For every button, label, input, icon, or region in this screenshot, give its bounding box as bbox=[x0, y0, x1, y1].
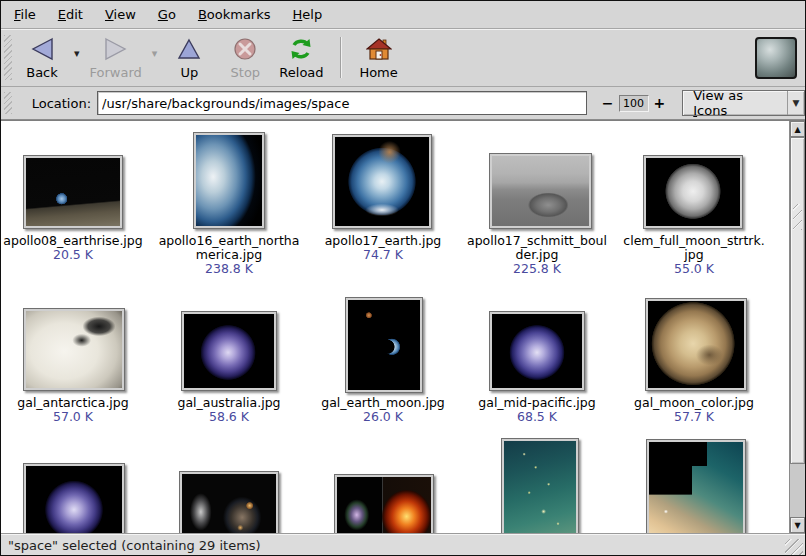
nebula-pair-thumbnail bbox=[337, 477, 431, 533]
earth-crescent-photo-icon bbox=[196, 135, 262, 226]
home-button[interactable]: Home bbox=[351, 29, 407, 86]
back-button[interactable]: Back bbox=[14, 29, 70, 86]
reload-button[interactable]: Reload bbox=[273, 29, 329, 86]
file-thumbnail-gal-mid-pacific[interactable] bbox=[489, 311, 585, 391]
blue-marble-photo-icon bbox=[335, 137, 429, 226]
earth-globe-photo-icon bbox=[184, 314, 274, 388]
toolbar-drag-handle[interactable] bbox=[4, 35, 12, 80]
stop-icon bbox=[233, 35, 257, 63]
throbber-globe-icon bbox=[755, 37, 797, 79]
menu-edit[interactable]: Edit bbox=[47, 3, 94, 26]
vertical-scrollbar[interactable]: ▲ ▼ bbox=[789, 121, 805, 533]
file-thumbnail-gal-moon-color[interactable] bbox=[645, 298, 747, 391]
earth-globe-thumbnail bbox=[26, 466, 122, 533]
locationbar-drag-handle[interactable] bbox=[4, 92, 12, 114]
chevron-down-icon[interactable]: ▼ bbox=[787, 91, 804, 115]
antarctica-photo-icon bbox=[26, 311, 122, 388]
earth-globe-photo-icon bbox=[492, 314, 582, 388]
scroll-down-icon[interactable]: ▼ bbox=[790, 517, 805, 533]
scrollbar-grip bbox=[793, 204, 802, 230]
file-label[interactable]: apollo17_earth.jpg 74.7 K bbox=[308, 234, 458, 262]
forward-button[interactable]: Forward bbox=[84, 29, 148, 86]
menu-view[interactable]: View bbox=[94, 3, 147, 26]
file-label[interactable]: apollo08_earthrise.jpg 20.5 K bbox=[1, 234, 148, 262]
galaxy-pair-thumbnail bbox=[182, 474, 276, 533]
earth-and-moon-photo-icon bbox=[348, 300, 420, 390]
scroll-up-icon[interactable]: ▲ bbox=[790, 121, 805, 137]
menu-help[interactable]: Help bbox=[282, 3, 334, 26]
file-label[interactable]: gal_earth_moon.jpg 26.0 K bbox=[308, 396, 458, 424]
file-label[interactable]: clem_full_moon_strtrk. jpg 55.0 K bbox=[619, 234, 769, 276]
file-thumbnail-partial-4[interactable] bbox=[501, 438, 579, 533]
menu-file[interactable]: File bbox=[3, 3, 47, 26]
file-label[interactable]: apollo16_earth_northa merica.jpg 238.8 K bbox=[154, 234, 304, 276]
back-history-dropdown-icon[interactable]: ▾ bbox=[70, 47, 84, 60]
color-moon-photo-icon bbox=[648, 301, 744, 388]
reload-icon bbox=[288, 35, 314, 63]
location-bar: Location: − 100 + View as Icons ▼ bbox=[1, 87, 805, 120]
view-as-dropdown[interactable]: View as Icons ▼ bbox=[682, 90, 805, 116]
orange-teal-nebula-thumbnail bbox=[649, 442, 743, 533]
file-thumbnail-gal-australia[interactable] bbox=[181, 311, 277, 391]
file-thumbnail-gal-earth-moon[interactable] bbox=[345, 297, 423, 393]
menu-bookmarks[interactable]: Bookmarks bbox=[187, 3, 282, 26]
full-moon-photo-icon bbox=[646, 158, 740, 226]
file-label[interactable]: apollo17_schmitt_boul der.jpg 225.8 K bbox=[462, 234, 612, 276]
file-thumbnail-apollo17-schmitt-boulder[interactable] bbox=[489, 153, 592, 229]
file-label[interactable]: gal_antarctica.jpg 57.0 K bbox=[1, 396, 148, 424]
file-thumbnail-clem-full-moon[interactable] bbox=[643, 155, 743, 229]
toolbar-separator bbox=[340, 37, 341, 78]
up-button[interactable]: Up bbox=[161, 29, 217, 86]
file-thumbnail-partial-3[interactable] bbox=[334, 474, 434, 533]
teal-nebula-thumbnail bbox=[504, 441, 576, 533]
file-label[interactable]: gal_australia.jpg 58.6 K bbox=[154, 396, 304, 424]
statusbar-text: "space" selected (containing 29 items) bbox=[8, 538, 261, 553]
file-thumbnail-partial-5[interactable] bbox=[646, 439, 746, 533]
location-input[interactable] bbox=[97, 91, 587, 115]
menubar: File Edit View Go Bookmarks Help bbox=[1, 1, 805, 29]
location-label: Location: bbox=[32, 96, 91, 111]
toolbar: Back ▾ Forward ▾ Up Stop bbox=[1, 29, 805, 87]
file-thumbnail-apollo16-earth[interactable] bbox=[193, 132, 265, 229]
file-label[interactable]: gal_moon_color.jpg 57.7 K bbox=[619, 396, 769, 424]
stop-button[interactable]: Stop bbox=[217, 29, 273, 86]
zoom-in-button[interactable]: + bbox=[649, 95, 671, 111]
file-thumbnail-partial-2[interactable] bbox=[179, 471, 279, 533]
file-thumbnail-gal-antarctica[interactable] bbox=[23, 308, 125, 391]
icon-view[interactable]: apollo08_earthrise.jpg 20.5 K apollo16_e… bbox=[1, 120, 805, 533]
file-label[interactable]: gal_mid-pacific.jpg 68.5 K bbox=[462, 396, 612, 424]
zoom-out-button[interactable]: − bbox=[597, 95, 619, 111]
menu-go[interactable]: Go bbox=[147, 3, 187, 26]
zoom-level-indicator: 100 bbox=[619, 95, 649, 112]
file-thumbnail-apollo08-earthrise[interactable] bbox=[23, 155, 123, 229]
up-triangle-icon bbox=[177, 35, 201, 63]
forward-triangle-icon bbox=[103, 35, 129, 63]
file-manager-window: File Edit View Go Bookmarks Help Back ▾ … bbox=[0, 0, 806, 556]
moon-boulder-photo-icon bbox=[492, 156, 589, 226]
forward-history-dropdown-icon[interactable]: ▾ bbox=[148, 47, 162, 60]
file-thumbnail-partial-1[interactable] bbox=[23, 463, 125, 533]
home-icon bbox=[366, 35, 392, 63]
file-thumbnail-apollo17-earth[interactable] bbox=[332, 134, 432, 229]
back-triangle-icon bbox=[29, 35, 55, 63]
scrollbar-thumb[interactable] bbox=[790, 137, 805, 464]
earthrise-photo-icon bbox=[26, 158, 120, 226]
resize-grip[interactable] bbox=[785, 539, 803, 555]
statusbar: "space" selected (containing 29 items) bbox=[1, 533, 805, 556]
